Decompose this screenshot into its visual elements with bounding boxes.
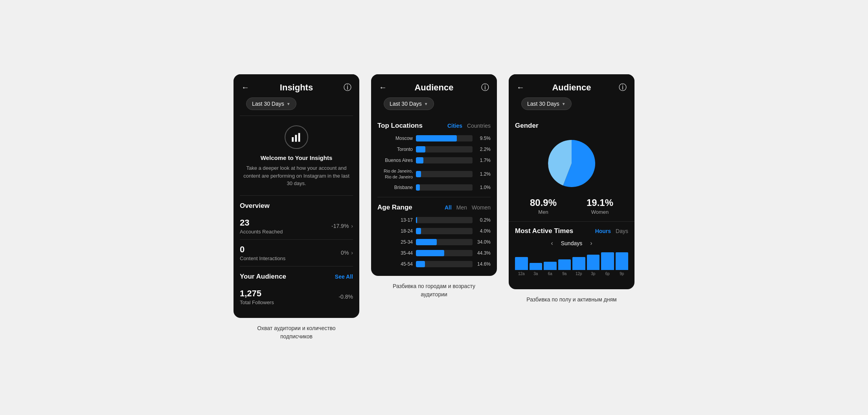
see-all-link[interactable]: See All bbox=[335, 274, 353, 280]
stat-left-interactions: 0 Content Interactions bbox=[240, 244, 285, 261]
city-label-moscow: Moscow bbox=[377, 136, 413, 141]
bar-pct-baires: 1.7% bbox=[476, 158, 491, 163]
tab-men[interactable]: Men bbox=[456, 204, 467, 211]
interactions-label: Content Interactions bbox=[240, 255, 285, 261]
tab-countries[interactable]: Countries bbox=[467, 123, 491, 129]
men-label: Men bbox=[530, 209, 557, 215]
time-bar-12a bbox=[515, 257, 528, 270]
info-icon-2[interactable]: ⓘ bbox=[481, 82, 489, 93]
time-col-9p: 9p bbox=[616, 252, 629, 276]
tab-hours[interactable]: Hours bbox=[595, 228, 611, 234]
tab-days[interactable]: Days bbox=[616, 228, 628, 234]
back-arrow-2[interactable]: ← bbox=[379, 83, 387, 92]
screens-container: ← Insights ⓘ Last 30 Days ▼ bbox=[234, 74, 634, 341]
location-bar-toronto: Toronto 2.2% bbox=[371, 144, 497, 155]
age-track-13 bbox=[416, 217, 473, 223]
date-filter-3[interactable]: Last 30 Days ▼ bbox=[521, 97, 572, 110]
prev-day-arrow[interactable]: ‹ bbox=[551, 240, 553, 247]
age-label-35: 35-44 bbox=[377, 250, 413, 256]
time-label-9p: 9p bbox=[620, 272, 624, 276]
screen3-caption: Разбивка по полу и активным дням bbox=[526, 296, 616, 304]
time-col-3a: 3a bbox=[530, 252, 542, 276]
age-tabs: All Men Women bbox=[445, 204, 491, 211]
age-pct-13: 0.2% bbox=[476, 217, 491, 223]
gender-title: Gender bbox=[515, 122, 628, 130]
time-label-6p: 6p bbox=[605, 272, 610, 276]
stat-row-interactions: 0 Content Interactions 0% › bbox=[234, 240, 359, 266]
age-track-25 bbox=[416, 239, 473, 245]
bar-pct-brisbane: 1.0% bbox=[476, 185, 491, 190]
bar-pct-moscow: 9.5% bbox=[476, 136, 491, 141]
stat-right-interactions[interactable]: 0% › bbox=[341, 250, 353, 256]
screen3-title: Audience bbox=[552, 83, 591, 93]
age-pct-35: 44.3% bbox=[476, 250, 491, 256]
time-bar-6a bbox=[544, 262, 557, 270]
next-day-arrow[interactable]: › bbox=[590, 240, 592, 247]
location-bar-rio: Rio de Janeiro,Rio de Janeiro 1.2% bbox=[371, 166, 497, 182]
accounts-change: -17.9% bbox=[331, 223, 349, 229]
tab-cities[interactable]: Cities bbox=[447, 123, 462, 129]
age-pct-25: 34.0% bbox=[476, 239, 491, 245]
age-pct-45: 14.6% bbox=[476, 261, 491, 267]
screen1: ← Insights ⓘ Last 30 Days ▼ bbox=[234, 74, 359, 318]
screen1-title: Insights bbox=[280, 83, 313, 93]
chevron-right-icon-1: › bbox=[351, 223, 353, 229]
age-bar-13: 13-17 0.2% bbox=[371, 215, 497, 226]
screen3-wrapper: ← Audience ⓘ Last 30 Days ▼ Gender bbox=[509, 74, 634, 304]
back-arrow-1[interactable]: ← bbox=[241, 83, 249, 92]
stat-right-accounts[interactable]: -17.9% › bbox=[331, 223, 353, 229]
age-label-18: 18-24 bbox=[377, 228, 413, 234]
info-icon-3[interactable]: ⓘ bbox=[619, 82, 627, 93]
screen1-header: ← Insights ⓘ bbox=[234, 74, 359, 97]
tab-all[interactable]: All bbox=[445, 204, 452, 211]
time-col-6a: 6a bbox=[544, 252, 557, 276]
screen3-header: ← Audience ⓘ bbox=[509, 74, 634, 97]
screen2-header: ← Audience ⓘ bbox=[371, 74, 497, 97]
age-fill-45 bbox=[416, 261, 425, 267]
stat-row-accounts: 23 Accounts Reached -17.9% › bbox=[234, 213, 359, 239]
bar-fill-toronto bbox=[416, 146, 425, 152]
interactions-change: 0% bbox=[341, 250, 349, 256]
screen3: ← Audience ⓘ Last 30 Days ▼ Gender bbox=[509, 74, 634, 289]
day-navigation: ‹ Sundays › bbox=[515, 240, 628, 247]
age-bar-35: 35-44 44.3% bbox=[371, 248, 497, 259]
time-bar-chart: 12a 3a 6a 9a bbox=[515, 252, 628, 284]
time-label-9a: 9a bbox=[562, 272, 566, 276]
time-label-3p: 3p bbox=[591, 272, 595, 276]
bar-track-baires bbox=[416, 157, 473, 163]
women-label: Women bbox=[587, 209, 613, 215]
date-filter-2[interactable]: Last 30 Days ▼ bbox=[384, 97, 434, 110]
age-fill-13 bbox=[416, 217, 417, 223]
screen1-caption: Охват аудитории и количество подписчиков bbox=[241, 324, 351, 341]
time-col-9a: 9a bbox=[558, 252, 571, 276]
age-fill-18 bbox=[416, 228, 421, 234]
welcome-title: Welcome to Your Insights bbox=[261, 154, 333, 161]
gender-stats: 80.9% Men 19.1% Women bbox=[515, 197, 628, 215]
svg-rect-0 bbox=[292, 137, 294, 142]
accounts-reached-number: 23 bbox=[240, 218, 283, 228]
bar-pct-rio: 1.2% bbox=[476, 171, 491, 177]
age-range-title: Age Range bbox=[377, 204, 412, 211]
tab-women[interactable]: Women bbox=[472, 204, 491, 211]
date-filter-1[interactable]: Last 30 Days ▼ bbox=[246, 97, 296, 110]
age-label-13: 13-17 bbox=[377, 217, 413, 223]
gender-stat-men: 80.9% Men bbox=[530, 197, 557, 215]
audience-header: Your Audience See All bbox=[234, 266, 359, 284]
age-track-35 bbox=[416, 250, 473, 256]
time-col-12a: 12a bbox=[515, 252, 528, 276]
time-col-12p: 12p bbox=[572, 252, 585, 276]
age-track-18 bbox=[416, 228, 473, 234]
svg-rect-1 bbox=[295, 135, 297, 142]
location-bar-brisbane: Brisbane 1.0% bbox=[371, 182, 497, 193]
city-label-baires: Buenos Aires bbox=[377, 158, 413, 163]
city-label-toronto: Toronto bbox=[377, 147, 413, 152]
women-pct: 19.1% bbox=[587, 197, 613, 208]
city-label-brisbane: Brisbane bbox=[377, 185, 413, 190]
stat-left-accounts: 23 Accounts Reached bbox=[240, 218, 283, 235]
info-icon-1[interactable]: ⓘ bbox=[344, 82, 351, 93]
gender-pie-chart bbox=[544, 136, 599, 191]
stat-right-followers: -0.8% bbox=[338, 294, 353, 300]
bar-track-brisbane bbox=[416, 184, 473, 191]
back-arrow-3[interactable]: ← bbox=[517, 83, 524, 92]
time-label-3a: 3a bbox=[533, 272, 538, 276]
